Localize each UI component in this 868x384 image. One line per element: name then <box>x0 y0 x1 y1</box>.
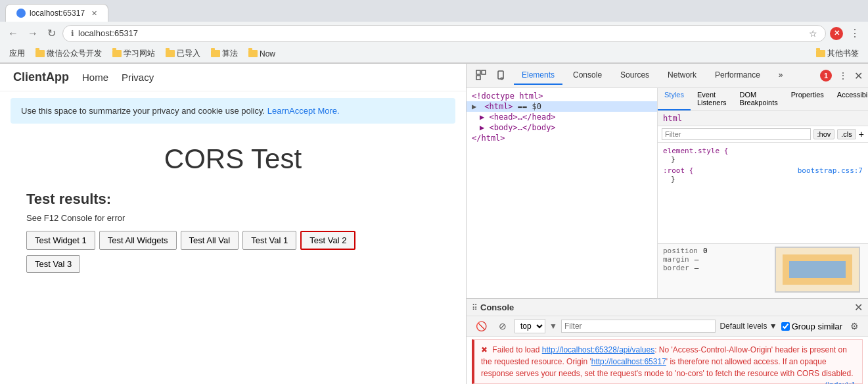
body-line[interactable]: ▶ <body>…</body> <box>467 122 657 133</box>
devtools-tab-performance[interactable]: Performance <box>707 66 768 85</box>
devtools-tab-network[interactable]: Network <box>660 66 704 85</box>
menu-button[interactable]: ⋮ <box>847 24 863 42</box>
devtools-top-area: <!doctype html> ▶ <html> == $0 ▶ <head>…… <box>467 88 868 298</box>
border-label: border <box>663 264 689 272</box>
add-style-button[interactable]: + <box>859 129 864 139</box>
styles-filter-input[interactable] <box>662 128 811 140</box>
tab-title: localhost:65317 <box>30 9 85 18</box>
console-close-button[interactable]: ✕ <box>854 301 863 314</box>
devtools-tab-sources[interactable]: Sources <box>612 66 657 85</box>
btn-test-widget-1[interactable]: Test Widget 1 <box>26 231 95 250</box>
styles-tab-event-listeners[interactable]: Event Listeners <box>691 88 733 110</box>
styles-content: element.style { } :root { bootstrap.css:… <box>658 143 868 243</box>
error-origin-link[interactable]: http://localhost:65317 <box>591 357 666 366</box>
head-line[interactable]: ▶ <head>…</head> <box>467 112 657 122</box>
folder-icon <box>816 50 825 57</box>
bookmark-others[interactable]: 其他书签 <box>812 46 863 61</box>
main-layout: ClientApp Home Privacy Use this space to… <box>0 64 868 384</box>
filter-row: :hov .cls + <box>658 126 868 143</box>
box-model-area: position 0 margin – border – <box>658 243 868 298</box>
box-model-left: position 0 margin – border – <box>663 247 708 293</box>
root-selector: :root { <box>663 166 693 175</box>
styles-tab-dom-breakpoints[interactable]: DOM Breakpoints <box>733 88 785 110</box>
devtools-close-button[interactable]: ✕ <box>854 70 863 82</box>
devtools-menu-button[interactable]: ⋮ <box>834 68 852 84</box>
styles-tab-accessibility[interactable]: Accessibility <box>831 88 868 110</box>
bookmark-study-label: 学习网站 <box>124 48 155 59</box>
console-settings-button[interactable]: ⚙ <box>846 318 863 334</box>
forward-button[interactable]: → <box>25 25 41 42</box>
nav-link-privacy[interactable]: Privacy <box>122 72 154 83</box>
console-default-levels[interactable]: Default levels ▼ <box>720 322 777 331</box>
position-row: position 0 <box>663 247 708 255</box>
html-line-selected[interactable]: ▶ <html> == $0 <box>467 101 657 112</box>
cls-button[interactable]: .cls <box>837 129 856 139</box>
bootstrap-source: bootstrap.css:7 <box>798 166 863 175</box>
margin-val: – <box>695 255 699 264</box>
console-drag-handle[interactable]: ⠿ <box>472 303 478 312</box>
active-tab[interactable]: localhost:65317 ✕ <box>5 4 108 22</box>
console-clear-button[interactable]: 🚫 <box>472 318 491 334</box>
back-button[interactable]: ← <box>5 25 21 42</box>
group-similar-label[interactable]: Group similar <box>781 322 842 331</box>
bookmark-imported[interactable]: 已导入 <box>162 46 204 61</box>
bookmark-wechat[interactable]: 微信公众号开发 <box>32 46 106 61</box>
devtools-device-button[interactable] <box>493 67 511 85</box>
nav-link-home[interactable]: Home <box>82 72 108 83</box>
bookmark-algorithm-label: 算法 <box>222 48 238 59</box>
html-close-tag: </html> <box>472 133 505 143</box>
devtools-tab-console[interactable]: Console <box>565 66 610 85</box>
tab-close-button[interactable]: ✕ <box>91 9 97 18</box>
bookmarks-bar: 应用 微信公众号开发 学习网站 已导入 算法 Now 其他书签 <box>0 45 868 63</box>
address-bar[interactable]: ℹ localhost:65317 ☆ <box>62 25 826 42</box>
html-close-line: </html> <box>467 133 657 143</box>
error-text-before: Failed to load <box>492 345 541 354</box>
button-row-2: Test Val 3 <box>26 255 440 273</box>
position-val: 0 <box>703 247 708 255</box>
error-source: (index):1 <box>825 379 856 384</box>
bookmark-apps-label: 应用 <box>9 48 25 59</box>
devtools-inspect-button[interactable] <box>472 67 490 85</box>
border-val: – <box>695 264 699 272</box>
cookie-learn-link[interactable]: Learn <box>267 106 289 116</box>
group-similar-checkbox[interactable] <box>781 322 790 331</box>
btn-test-val-2[interactable]: Test Val 2 <box>300 231 355 250</box>
reload-button[interactable]: ↻ <box>45 24 58 42</box>
bookmark-apps[interactable]: 应用 <box>5 46 29 61</box>
console-context-select[interactable]: top <box>514 319 545 333</box>
bookmark-wechat-label: 微信公众号开发 <box>47 48 102 59</box>
error-url-link[interactable]: http://localhost:65328/api/values <box>542 345 654 354</box>
console-stop-button[interactable]: ⊘ <box>495 318 511 334</box>
styles-tab-styles[interactable]: Styles <box>658 88 691 110</box>
test-results-title: Test results: <box>26 191 440 208</box>
bookmark-study[interactable]: 学习网站 <box>108 46 159 61</box>
bookmark-algorithm[interactable]: 算法 <box>207 46 242 61</box>
btn-test-val-3[interactable]: Test Val 3 <box>26 255 80 273</box>
styles-tab-properties[interactable]: Properties <box>785 88 831 110</box>
devtools-header: Elements Console Sources Network Perform… <box>467 64 868 88</box>
button-row-1: Test Widget 1 Test All Widgets Test All … <box>26 231 440 250</box>
expand-arrow[interactable]: ▶ <box>472 102 480 111</box>
margin-row: margin – <box>663 255 708 264</box>
bookmark-star-icon[interactable]: ☆ <box>809 28 817 39</box>
console-filter-input[interactable] <box>561 320 716 333</box>
box-model-visual <box>775 247 860 293</box>
btn-test-all-widgets[interactable]: Test All Widgets <box>99 231 177 250</box>
folder-icon <box>166 50 175 57</box>
lock-icon: ℹ <box>71 29 74 38</box>
folder-icon <box>35 50 45 57</box>
hov-button[interactable]: :hov <box>813 129 835 139</box>
test-subtitle: See F12 Console for error <box>26 213 440 223</box>
console-header: ⠿ Console ✕ <box>467 299 868 316</box>
btn-test-val-1[interactable]: Test Val 1 <box>242 231 296 250</box>
cookie-accept-link[interactable]: Accept More. <box>289 106 340 116</box>
nav-bar: ← → ↻ ℹ localhost:65317 ☆ ✕ ⋮ <box>0 22 868 45</box>
html-tag: <html> <box>484 102 513 111</box>
devtools-tab-more[interactable]: » <box>771 66 791 85</box>
bookmark-now[interactable]: Now <box>244 47 279 60</box>
btn-test-all-val[interactable]: Test All Val <box>181 231 239 250</box>
body-tag: ▶ <body>…</body> <box>480 123 556 132</box>
devtools-tab-elements[interactable]: Elements <box>514 66 562 85</box>
console-error-message: ✖ Failed to load http://localhost:65328/… <box>472 339 863 384</box>
border-row: border – <box>663 264 708 272</box>
